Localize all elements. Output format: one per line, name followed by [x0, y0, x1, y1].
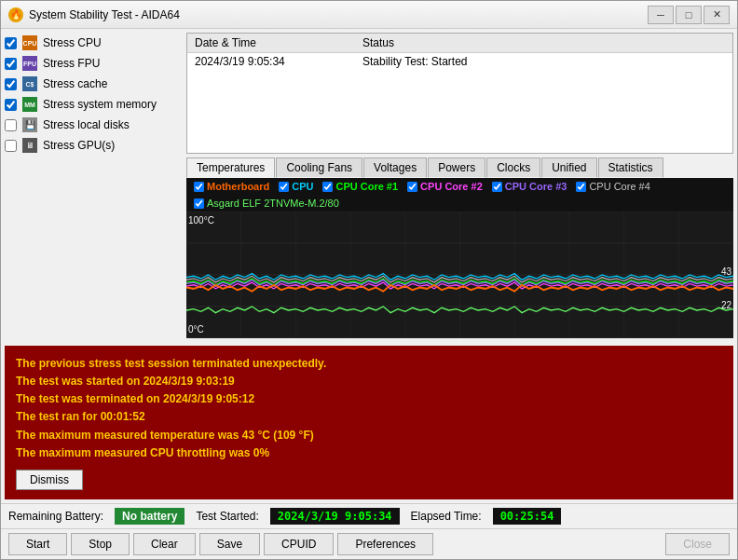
legend-cpu-checkbox[interactable]	[279, 182, 289, 192]
cache-icon: C$	[22, 76, 37, 91]
stress-mem-checkbox[interactable]	[5, 99, 17, 111]
checkbox-stress-cache[interactable]: C$ Stress cache	[5, 75, 179, 92]
chart-y-min: 0°C	[188, 324, 204, 335]
maximize-button[interactable]: □	[676, 6, 702, 24]
checkbox-stress-mem[interactable]: MM Stress system memory	[5, 96, 179, 113]
log-table: Date & Time Status 2024/3/19 9:05:34 Sta…	[186, 33, 733, 154]
legend-core1-label: CPU Core #1	[335, 181, 398, 192]
checkbox-stress-disk[interactable]: 💾 Stress local disks	[5, 116, 179, 133]
fpu-icon: FPU	[22, 56, 37, 71]
error-line-2: The test was terminated on 2024/3/19 9:0…	[16, 390, 722, 408]
minimize-button[interactable]: ─	[648, 6, 674, 24]
chart-svg	[186, 212, 733, 338]
stress-cache-checkbox[interactable]	[5, 78, 17, 90]
legend-core4-label: CPU Core #4	[589, 181, 649, 192]
stress-gpu-label: Stress GPU(s)	[43, 139, 115, 152]
cpu-icon: CPU	[22, 35, 37, 50]
no-battery-badge: No battery	[115, 508, 184, 525]
legend-cpu: CPU	[279, 181, 313, 192]
legend-core3: CPU Core #3	[492, 181, 567, 192]
log-status: Stability Test: Started	[355, 53, 732, 71]
error-line-1: The test was started on 2024/3/19 9:03:1…	[16, 373, 722, 390]
elapsed-value: 00:25:54	[493, 508, 562, 525]
tab-temperatures[interactable]: Temperatures	[186, 157, 275, 178]
tab-unified[interactable]: Unified	[541, 157, 596, 178]
cpuid-button[interactable]: CPUID	[264, 533, 334, 555]
bottom-bar: Start Stop Clear Save CPUID Preferences …	[1, 528, 737, 559]
checkbox-stress-fpu[interactable]: FPU Stress FPU	[5, 55, 179, 72]
log-header-datetime: Date & Time	[187, 34, 355, 53]
tab-cooling-fans[interactable]: Cooling Fans	[276, 157, 362, 178]
app-icon: 🔥	[8, 7, 23, 22]
legend-core1-checkbox[interactable]	[322, 182, 333, 192]
gpu-icon: 🖥	[22, 138, 37, 153]
window-controls: ─ □ ✕	[648, 6, 730, 24]
dismiss-button[interactable]: Dismiss	[16, 470, 83, 490]
legend-mb-checkbox[interactable]	[194, 182, 204, 192]
preferences-button[interactable]: Preferences	[337, 533, 433, 555]
stress-gpu-checkbox[interactable]	[5, 140, 17, 152]
legend-motherboard: Motherboard	[194, 181, 269, 192]
legend-core2-label: CPU Core #2	[420, 181, 483, 192]
chart-y-max: 100°C	[188, 215, 214, 225]
stress-cache-label: Stress cache	[43, 77, 107, 90]
title-bar: 🔥 System Stability Test - AIDA64 ─ □ ✕	[1, 1, 737, 29]
stress-disk-label: Stress local disks	[43, 118, 130, 131]
error-panel: The previous stress test session termina…	[5, 346, 733, 499]
error-line-4: The maximum measured temperature was 43 …	[16, 427, 722, 444]
tab-powers[interactable]: Powers	[428, 157, 485, 178]
stress-cpu-checkbox[interactable]	[5, 37, 17, 49]
chart-area: Motherboard CPU CPU Core #1 CPU Cor	[186, 178, 733, 338]
legend-core3-label: CPU Core #3	[505, 181, 567, 192]
chart-legend-row2: Asgard ELF 2TNVMe-M.2/80	[186, 195, 733, 212]
log-row: 2024/3/19 9:05:34 Stability Test: Starte…	[187, 53, 732, 71]
elapsed-label: Elapsed Time:	[411, 510, 482, 523]
stress-fpu-label: Stress FPU	[43, 57, 100, 70]
legend-nvme-checkbox[interactable]	[194, 198, 204, 209]
legend-mb-label: Motherboard	[207, 181, 269, 192]
legend-nvme: Asgard ELF 2TNVMe-M.2/80	[194, 198, 339, 209]
legend-core1: CPU Core #1	[322, 181, 398, 192]
legend-core2: CPU Core #2	[407, 181, 483, 192]
legend-core4: CPU Core #4	[576, 181, 649, 192]
tab-statistics[interactable]: Statistics	[598, 157, 663, 178]
save-button[interactable]: Save	[199, 533, 260, 555]
log-datetime: 2024/3/19 9:05:34	[187, 53, 355, 71]
sidebar: CPU Stress CPU FPU Stress FPU C$ Stress …	[1, 29, 183, 342]
tab-voltages[interactable]: Voltages	[363, 157, 427, 178]
close-button[interactable]: ✕	[704, 6, 730, 24]
status-bar: Remaining Battery: No battery Test Start…	[1, 503, 737, 528]
stop-button[interactable]: Stop	[71, 533, 130, 555]
legend-core4-checkbox[interactable]	[576, 182, 586, 192]
tab-clocks[interactable]: Clocks	[486, 157, 540, 178]
window-title: System Stability Test - AIDA64	[29, 8, 648, 21]
stress-fpu-checkbox[interactable]	[5, 58, 17, 70]
graph-area: 100°C 0°C 43 22	[186, 212, 733, 338]
test-started-label: Test Started:	[196, 510, 258, 523]
error-line-0: The previous stress test session termina…	[16, 355, 722, 373]
legend-core3-checkbox[interactable]	[492, 182, 502, 192]
chart-val1: 43	[721, 266, 731, 277]
disk-icon: 💾	[22, 117, 37, 132]
test-started-value: 2024/3/19 9:05:34	[270, 508, 400, 525]
error-line-3: The test ran for 00:01:52	[16, 408, 722, 426]
stress-mem-label: Stress system memory	[43, 98, 157, 111]
legend-cpu-label: CPU	[292, 181, 313, 192]
legend-nvme-label: Asgard ELF 2TNVMe-M.2/80	[207, 198, 339, 209]
mem-icon: MM	[22, 97, 37, 112]
chart-legend-row1: Motherboard CPU CPU Core #1 CPU Cor	[186, 178, 733, 195]
checkbox-stress-gpu[interactable]: 🖥 Stress GPU(s)	[5, 137, 179, 154]
close-button-bottom[interactable]: Close	[665, 533, 730, 555]
stress-disk-checkbox[interactable]	[5, 119, 17, 131]
checkbox-stress-cpu[interactable]: CPU Stress CPU	[5, 34, 179, 51]
remaining-battery-label: Remaining Battery:	[8, 510, 103, 523]
error-line-5: The maximum measured CPU throttling was …	[16, 444, 722, 462]
legend-core2-checkbox[interactable]	[407, 182, 417, 192]
clear-button[interactable]: Clear	[133, 533, 196, 555]
content-right: Date & Time Status 2024/3/19 9:05:34 Sta…	[183, 29, 737, 342]
chart-val2: 22	[721, 300, 731, 310]
log-header-status: Status	[355, 34, 732, 53]
start-button[interactable]: Start	[8, 533, 67, 555]
main-window: 🔥 System Stability Test - AIDA64 ─ □ ✕ C…	[0, 0, 738, 560]
tab-bar: Temperatures Cooling Fans Voltages Power…	[183, 157, 737, 178]
